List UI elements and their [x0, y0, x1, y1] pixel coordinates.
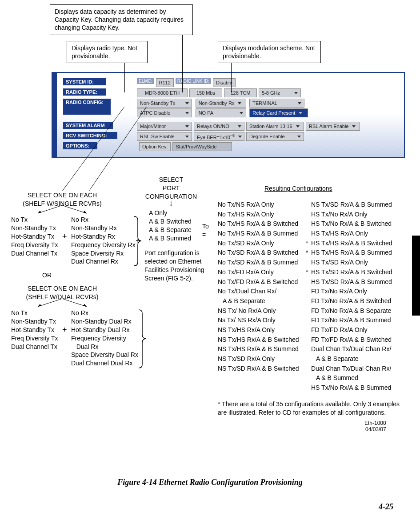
- chevron-down-icon: [352, 125, 356, 128]
- chevron-down-icon: [296, 125, 300, 128]
- label-option-key: Option Key:: [139, 142, 171, 151]
- tx-list-dual: No Tx Non-Standby Tx Hot-Standby Tx Freq…: [11, 309, 58, 351]
- svg-line-2: [38, 205, 62, 213]
- page-number: 4-25: [379, 502, 393, 512]
- field-model: MDR-8000 ETH: [137, 88, 188, 97]
- chevron-down-icon: [185, 125, 189, 128]
- chevron-down-icon: [238, 136, 242, 138]
- dropdown-tx[interactable]: Non-Standby Tx: [137, 99, 192, 108]
- chevron-down-icon: [185, 112, 189, 114]
- svg-line-6: [38, 299, 62, 307]
- callout-radio-type: Displays radio type. Not provisionable.: [67, 41, 148, 63]
- callout-modulation: Displays modulation scheme. Not provisio…: [218, 41, 321, 63]
- chevron-down-icon: [238, 102, 241, 104]
- row-options: OPTIONS: Option Key: Stat/Prov/WaySide: [63, 142, 404, 151]
- chevron-down-icon: [185, 136, 189, 138]
- results-heading: Resulting Configurations: [264, 184, 332, 193]
- label-rcv-switching: RCV SWITCHING:: [63, 132, 117, 139]
- dropdown-major-minor[interactable]: Major/Minor: [137, 122, 192, 131]
- results-col1: No Tx/NS Rx/A OnlyNo Tx/HS Rx/A OnlyNo T…: [218, 200, 299, 373]
- plus-icon: +: [136, 236, 140, 246]
- label-elmc: ELMC:: [137, 78, 154, 84]
- label-radio-config: RADIO CONFIG:: [63, 99, 111, 115]
- row-rcv-switching: RCV SWITCHING: RSL-Sw Enable Eye BER=1x1…: [63, 132, 404, 141]
- chevron-down-icon: [297, 136, 301, 138]
- chevron-down-icon: [185, 102, 189, 104]
- svg-line-8: [62, 299, 87, 307]
- field-elmc-value[interactable]: R112: [156, 78, 174, 87]
- figure-caption: Figure 4-14 Ethernet Radio Configuration…: [0, 478, 420, 487]
- branch-arrows-icon: [16, 205, 109, 214]
- port-config-note: Port configuration is selected on Ethern…: [144, 249, 207, 283]
- dropdown-relay-card[interactable]: Relay Card Present: [249, 108, 308, 117]
- doc-id: Eth-1000 04/03/07: [364, 420, 386, 432]
- field-rate: 150 Mbs: [189, 88, 222, 97]
- plus-icon: +: [62, 231, 67, 242]
- footnote: * There are a total of 35 configurations…: [218, 400, 409, 417]
- label-options: OPTIONS:: [63, 142, 97, 149]
- dropdown-band[interactable]: 5-8 GHz: [259, 88, 301, 97]
- to-equals: To =: [202, 222, 209, 239]
- field-tcm: 128 TCM: [224, 88, 257, 97]
- chevron-down-icon: [238, 125, 241, 128]
- chevron-down-icon: [298, 102, 301, 104]
- rx-list-dual: No Rx Non-Standby Dual Rx Hot-Standby Du…: [71, 309, 138, 368]
- tx-list-single: No Tx Non-Standby Tx Hot-Standby Tx Freq…: [11, 216, 58, 257]
- port-config-heading: SELECT PORT CONFIGURATION ↓: [136, 176, 207, 205]
- config-panel: SYSTEM ID: ELMC: R112 RADIO LINK ID: Dis…: [52, 72, 405, 158]
- row-radio-type: RADIO TYPE: MDR-8000 ETH 150 Mbs 128 TCM…: [63, 88, 404, 97]
- results-col2: NS Tx/SD Rx/A & B SummedHS Tx/No Rx/A On…: [311, 200, 392, 393]
- label-radio-link-id: RADIO LINK ID:: [176, 78, 211, 84]
- svg-line-4: [62, 205, 87, 213]
- label-radio-type: RADIO TYPE:: [63, 88, 106, 96]
- page-tab-edge: [412, 236, 420, 316]
- dropdown-relays[interactable]: Relays ON/NO: [194, 122, 244, 131]
- chevron-down-icon: [240, 112, 243, 114]
- dropdown-degrade[interactable]: Degrade Enable: [246, 132, 304, 141]
- label-system-id: SYSTEM ID:: [63, 78, 106, 85]
- label-system-alarm: SYSTEM ALARM: [63, 122, 113, 129]
- dropdown-rx[interactable]: Non-Standby Rx: [196, 99, 246, 108]
- or-label: OR: [42, 271, 52, 280]
- chevron-down-icon: [294, 92, 298, 94]
- bracket-icon: [138, 309, 147, 369]
- dropdown-eye-ber[interactable]: Eye BER=1x10–6: [194, 132, 244, 141]
- row-system-id: SYSTEM ID: ELMC: R112 RADIO LINK ID: Dis…: [63, 78, 404, 87]
- row-system-alarm: SYSTEM ALARM Major/Minor Relays ON/NO St…: [63, 122, 404, 131]
- row-radio-config: RADIO CONFIG: Non-Standby Tx Non-Standby…: [63, 99, 404, 117]
- dropdown-station-alarm[interactable]: Station Alarm 13-16: [246, 122, 304, 131]
- chevron-down-icon: [299, 112, 302, 114]
- dropdown-atpc[interactable]: ATPC Disable: [137, 108, 192, 117]
- callout-capacity: Displays data capacity as determined by …: [50, 4, 193, 35]
- field-radio-link-id-value[interactable]: Disable: [213, 78, 236, 87]
- dropdown-rsl-alarm[interactable]: RSL Alarm Enable: [306, 122, 360, 131]
- plus-icon: +: [62, 324, 67, 335]
- dropdown-pa[interactable]: NO PA: [196, 108, 246, 117]
- button-stat-prov-wayside[interactable]: Stat/Prov/WaySide: [172, 142, 232, 151]
- dropdown-mode[interactable]: TERMINAL: [249, 99, 304, 108]
- branch-arrows-icon: [16, 299, 109, 308]
- dropdown-rsl-sw[interactable]: RSL-Sw Enable: [137, 132, 192, 141]
- rx-list-single: No Rx Non-Standby Rx Hot-Standby Rx Freq…: [71, 216, 136, 266]
- port-config-list: A Only A & B Switched A & B Separate A &…: [149, 209, 192, 243]
